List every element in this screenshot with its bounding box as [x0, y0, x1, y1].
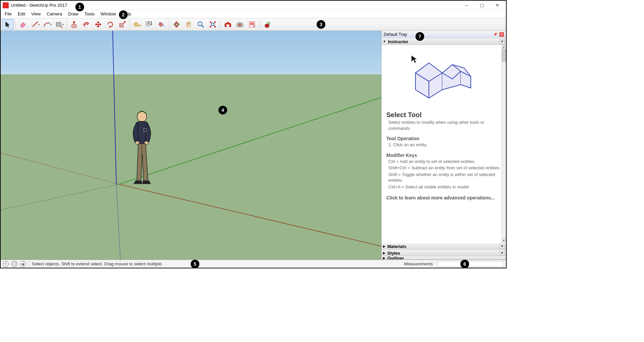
svg-point-10	[198, 22, 202, 26]
svg-point-11	[211, 23, 214, 26]
svg-point-5	[135, 24, 137, 25]
panel-instructor-header[interactable]: ▼ Instructor ✕	[382, 38, 506, 45]
svg-rect-2	[56, 22, 61, 26]
menu-view[interactable]: View	[28, 11, 43, 17]
app-icon	[3, 2, 9, 8]
panel-close-icon[interactable]: ✕	[500, 39, 505, 44]
svg-rect-3	[120, 23, 123, 27]
tray-header[interactable]: Default Tray 📌 ✕	[382, 31, 506, 38]
svg-text:A1: A1	[147, 21, 152, 25]
push-pull-tool[interactable]	[68, 19, 80, 30]
svg-rect-14	[250, 23, 254, 25]
chevron-down-icon: ▼	[383, 40, 386, 43]
tape-measure-tool[interactable]	[132, 19, 143, 30]
panel-materials-label: Materials	[387, 244, 406, 249]
line-tool[interactable]: ▾	[29, 19, 41, 30]
instructor-mk2: Shift+Ctrl = Subtract an entity from set…	[386, 165, 501, 171]
scale-tool[interactable]	[117, 19, 128, 30]
rotate-tool[interactable]	[105, 19, 116, 30]
instructor-more-link[interactable]: Click to learn about more advanced opera…	[386, 195, 501, 200]
panel-styles-header[interactable]: ▶ Styles ✕	[382, 250, 506, 256]
maximize-button[interactable]: ▢	[475, 1, 489, 10]
panel-outliner-label: Outliner	[387, 256, 404, 260]
paint-bucket-tool[interactable]	[156, 19, 167, 30]
minimize-button[interactable]: ─	[460, 1, 473, 10]
extension-warehouse-tool[interactable]	[261, 19, 273, 30]
rectangle-tool[interactable]: ▾	[53, 19, 65, 30]
layout-tool[interactable]	[246, 19, 258, 30]
arc-tool[interactable]: ▾	[41, 19, 53, 30]
instructor-mk3: Shift = Toggle whether an entity is with…	[386, 172, 501, 183]
instructor-mk4: Ctrl+A = Select all visible entities in …	[386, 184, 501, 190]
instructor-operation-heading: Tool Operation	[386, 136, 501, 141]
share-model-tool[interactable]	[234, 19, 246, 30]
viewport-scene	[1, 31, 381, 260]
chevron-right-icon: ▶	[383, 256, 385, 260]
titlebar: Untitled - SketchUp Pro 2017 ─ ▢ ✕	[1, 1, 506, 10]
panel-instructor-label: Instructor	[388, 39, 408, 44]
text-tool[interactable]: A1	[144, 19, 155, 30]
menu-help[interactable]: Help	[120, 11, 134, 17]
chevron-right-icon: ▶	[383, 245, 385, 248]
tray-scrollbar[interactable]: ▲ ▼	[501, 45, 506, 243]
instructor-desc: Select entities to modify when using oth…	[386, 119, 501, 131]
scroll-up-icon[interactable]: ▲	[502, 45, 506, 50]
menu-window[interactable]: Window	[98, 11, 119, 17]
statusbar: ⌖ ⓘ ☻ Select objects. Shift to extend se…	[1, 260, 506, 268]
svg-line-16	[1, 153, 119, 184]
panel-materials-header[interactable]: ▶ Materials ✕	[382, 243, 506, 250]
scroll-down-icon[interactable]: ▼	[502, 238, 506, 243]
instructor-modifiers-heading: Modifier Keys	[386, 153, 501, 158]
toolbar-separator	[169, 20, 169, 29]
panel-outliner-header[interactable]: ▶ Outliner	[382, 256, 506, 260]
geo-icon[interactable]: ⌖	[3, 261, 9, 267]
menu-draw[interactable]: Draw	[66, 11, 81, 17]
instructor-mk1: Ctrl = Add an entity to set of selected …	[386, 159, 501, 165]
svg-line-18	[1, 184, 119, 210]
content-area: Default Tray 📌 ✕ ▼ Instructor ✕ ▲ ▼	[1, 31, 506, 260]
person-icon[interactable]: ☻	[20, 261, 26, 267]
svg-point-8	[174, 23, 179, 25]
select-tool[interactable]	[2, 19, 13, 30]
menu-edit[interactable]: Edit	[15, 11, 28, 17]
3d-warehouse-tool[interactable]	[222, 19, 234, 30]
menu-tools[interactable]: Tools	[82, 11, 97, 17]
toolbar-separator	[66, 20, 67, 29]
credits-icon[interactable]: ⓘ	[11, 261, 17, 267]
eraser-tool[interactable]	[17, 19, 28, 30]
svg-line-19	[119, 97, 381, 184]
offset-tool[interactable]	[80, 19, 92, 30]
pan-tool[interactable]	[183, 19, 194, 30]
toolbar-separator	[130, 20, 130, 29]
measurements-input[interactable]	[437, 261, 504, 267]
3d-viewport[interactable]	[1, 31, 381, 260]
measurements-label: Measurements	[404, 261, 433, 266]
tray-title: Default Tray	[384, 32, 407, 37]
panel-close-icon[interactable]: ✕	[500, 251, 505, 255]
svg-line-21	[116, 184, 120, 260]
orbit-tool[interactable]	[171, 19, 182, 30]
zoom-tool[interactable]	[195, 19, 206, 30]
toolbar-separator	[220, 20, 220, 29]
move-tool[interactable]	[92, 19, 104, 30]
status-message: Select objects. Shift to extend select. …	[32, 261, 163, 266]
instructor-operation-1: 1. Click on an entity.	[386, 142, 501, 148]
toolbar: ▾ ▾ ▾ A1	[1, 18, 506, 31]
zoom-extents-tool[interactable]	[207, 19, 218, 30]
menubar: File Edit View Camera Draw Tools Window …	[1, 10, 506, 18]
window-title: Untitled - SketchUp Pro 2017	[11, 3, 67, 8]
panel-close-icon[interactable]: ✕	[500, 244, 505, 249]
instructor-illustration	[386, 45, 501, 106]
pin-icon[interactable]: 📌	[493, 32, 497, 36]
app-window: 1 2 3 4 5 6 7 Untitled - SketchUp Pro 20…	[0, 0, 507, 268]
close-button[interactable]: ✕	[491, 1, 504, 10]
chevron-right-icon: ▶	[383, 251, 385, 255]
panel-instructor-body: ▲ ▼	[382, 45, 506, 243]
menu-file[interactable]: File	[2, 11, 14, 17]
toolbar-separator	[15, 20, 15, 29]
close-icon[interactable]: ✕	[499, 32, 504, 37]
toolbar-separator	[259, 20, 260, 29]
menu-camera[interactable]: Camera	[44, 11, 65, 17]
default-tray: Default Tray 📌 ✕ ▼ Instructor ✕ ▲ ▼	[381, 31, 506, 260]
scroll-thumb[interactable]	[502, 50, 506, 62]
